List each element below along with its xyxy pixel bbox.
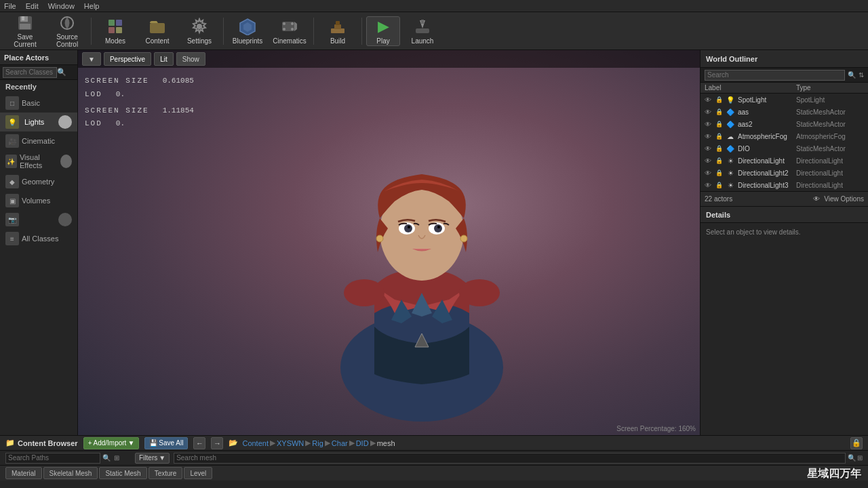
- category-lights[interactable]: 💡 Lights: [0, 113, 77, 131]
- lock-icon[interactable]: 🔒: [715, 133, 723, 140]
- settings-button[interactable]: Settings: [180, 15, 219, 47]
- recently-placed-label: Recently: [0, 80, 77, 94]
- search-mesh-input[interactable]: [174, 453, 846, 464]
- category-basic[interactable]: □ Basic: [0, 94, 77, 113]
- build-icon: [328, 17, 347, 36]
- category-volumes[interactable]: ▣ Volumes: [0, 191, 77, 210]
- bread-xyswn[interactable]: XYSWN: [277, 439, 304, 447]
- eye-icon[interactable]: 👁: [705, 96, 711, 104]
- lock-icon[interactable]: 🔒: [715, 121, 723, 127]
- save-all-button[interactable]: 💾 Save All: [144, 437, 188, 449]
- lock-button[interactable]: 🔒: [850, 437, 863, 449]
- cinematics-icon: [280, 17, 299, 36]
- outliner-row-dirlight1[interactable]: 👁 🔒 ☀ DirectionalLight DirectionalLight: [701, 155, 868, 167]
- outliner-row-aas2[interactable]: 👁 🔒 🔷 aas2 StaticMeshActor: [701, 118, 868, 130]
- tab-skeletal-mesh[interactable]: Skeletal Mesh: [43, 467, 98, 479]
- eye-icon[interactable]: 👁: [705, 169, 711, 177]
- lock-icon[interactable]: 🔒: [715, 169, 723, 176]
- content-button[interactable]: Content: [138, 15, 177, 47]
- tab-texture[interactable]: Texture: [149, 467, 183, 479]
- blueprints-icon: [238, 17, 257, 36]
- save-current-button[interactable]: Save Current: [5, 15, 45, 47]
- outliner-row-aas[interactable]: 👁 🔒 🔷 aas StaticMeshActor: [701, 106, 868, 118]
- svg-rect-21: [336, 21, 340, 25]
- bread-char[interactable]: Char: [332, 439, 348, 447]
- eye-icon[interactable]: 👁: [705, 121, 711, 128]
- back-button[interactable]: ←: [193, 437, 205, 449]
- outliner-row-atmos[interactable]: 👁 🔒 ☁ AtmosphericFog AtmosphericFog: [701, 130, 868, 142]
- search-classes-icon: 🔍: [57, 68, 66, 77]
- play-button[interactable]: ▶ Play: [366, 16, 400, 46]
- world-outliner-panel: World Outliner 🔍 ⇅ Label Type 👁 🔒 💡 Spot…: [700, 50, 868, 435]
- eye-icon[interactable]: 👁: [705, 108, 711, 116]
- launch-button[interactable]: Launch: [403, 15, 442, 47]
- lock-icon[interactable]: 🔒: [715, 145, 723, 152]
- details-content: Select an object to view details.: [701, 223, 868, 241]
- search-paths-icon: 🔍: [102, 454, 111, 462]
- build-button[interactable]: Build: [318, 15, 357, 47]
- play-icon: ▶: [374, 17, 393, 36]
- tab-level[interactable]: Level: [184, 467, 212, 479]
- all-classes-icon: ≡: [5, 232, 19, 245]
- blueprints-button[interactable]: Blueprints: [228, 15, 267, 47]
- svg-point-17: [291, 22, 294, 25]
- main-layout: Place Actors 🔍 Recently □ Basic 💡 Lights…: [0, 50, 868, 435]
- outliner-search-input[interactable]: [705, 70, 845, 81]
- category-all-classes[interactable]: ≡ All Classes: [0, 229, 77, 248]
- forward-button[interactable]: →: [211, 437, 223, 449]
- bread-mesh: mesh: [377, 439, 395, 447]
- world-outliner-header: World Outliner: [701, 50, 868, 68]
- category-visual-effects[interactable]: ✨ Visual Effects: [0, 150, 77, 172]
- outliner-row-spotlight[interactable]: 👁 🔒 💡 SpotLight SpotLight: [701, 94, 868, 106]
- eye-icon[interactable]: 👁: [705, 157, 711, 165]
- content-browser-filters: 🔍 ⊞ Filters ▼ 🔍 ⊞: [0, 451, 868, 466]
- vp-dropdown-btn[interactable]: ▼: [82, 52, 101, 66]
- bread-did[interactable]: DID: [356, 439, 369, 447]
- outliner-row-dirlight3[interactable]: 👁 🔒 ☀ DirectionalLight3 DirectionalLight: [701, 179, 868, 191]
- search-classes-input[interactable]: [3, 67, 57, 78]
- add-import-button[interactable]: + Add/Import ▼: [83, 437, 140, 449]
- eye-icon[interactable]: 👁: [705, 133, 711, 140]
- grid-view-icon[interactable]: ⊞: [114, 454, 119, 462]
- lock-icon[interactable]: 🔒: [715, 182, 723, 188]
- lock-icon[interactable]: 🔒: [715, 157, 723, 164]
- lit-btn[interactable]: Lit: [154, 52, 174, 66]
- tab-material[interactable]: Material: [5, 467, 42, 479]
- viewport[interactable]: ▼ Perspective Lit Show + 10 10: [78, 50, 700, 435]
- menu-help[interactable]: Help: [84, 2, 100, 10]
- category-cinematic[interactable]: 🎥 Cinematic: [0, 131, 77, 150]
- perspective-btn[interactable]: Perspective: [104, 52, 151, 66]
- svg-point-39: [434, 224, 442, 232]
- menu-edit[interactable]: Edit: [26, 2, 39, 10]
- search-options-icon[interactable]: ⊞: [857, 454, 863, 462]
- view-options-label[interactable]: View Options: [824, 195, 864, 203]
- svg-point-49: [459, 279, 500, 306]
- lock-icon[interactable]: 🔒: [715, 96, 723, 103]
- svg-point-10: [197, 24, 202, 29]
- outliner-row-dio[interactable]: 👁 🔒 🔷 DIO StaticMeshActor: [701, 142, 868, 155]
- bread-content[interactable]: Content: [242, 439, 269, 447]
- outliner-row-dirlight2[interactable]: 👁 🔒 ☀ DirectionalLight2 DirectionalLight: [701, 167, 868, 179]
- search-mesh-icon: 🔍: [848, 454, 856, 462]
- tab-static-mesh[interactable]: Static Mesh: [99, 467, 146, 479]
- source-control-button[interactable]: Source Control: [47, 15, 87, 47]
- menu-window[interactable]: Window: [48, 2, 75, 10]
- lock-icon[interactable]: 🔒: [715, 108, 723, 115]
- filters-button[interactable]: Filters ▼: [135, 453, 170, 464]
- cinematics-button[interactable]: Cinematics: [270, 15, 309, 47]
- place-actors-header: Place Actors: [0, 50, 77, 65]
- outliner-sort-icon[interactable]: ⇅: [859, 71, 864, 79]
- search-paths-input[interactable]: [5, 453, 100, 464]
- menu-file[interactable]: File: [4, 2, 16, 10]
- eye-icon[interactable]: 👁: [705, 182, 711, 189]
- modes-button[interactable]: Modes: [96, 15, 135, 47]
- debug-row-1: SCREEN SIZE 0.61085: [85, 75, 194, 88]
- basic-icon: □: [5, 96, 19, 110]
- bread-rig[interactable]: Rig: [312, 439, 323, 447]
- show-btn[interactable]: Show: [176, 52, 205, 66]
- dirlight-icon: ☀: [726, 156, 735, 165]
- place-actors-panel: Place Actors 🔍 Recently □ Basic 💡 Lights…: [0, 50, 78, 435]
- category-geometry[interactable]: ◆ Geometry: [0, 172, 77, 191]
- eye-icon[interactable]: 👁: [705, 145, 711, 152]
- category-camera[interactable]: 📷: [0, 210, 77, 229]
